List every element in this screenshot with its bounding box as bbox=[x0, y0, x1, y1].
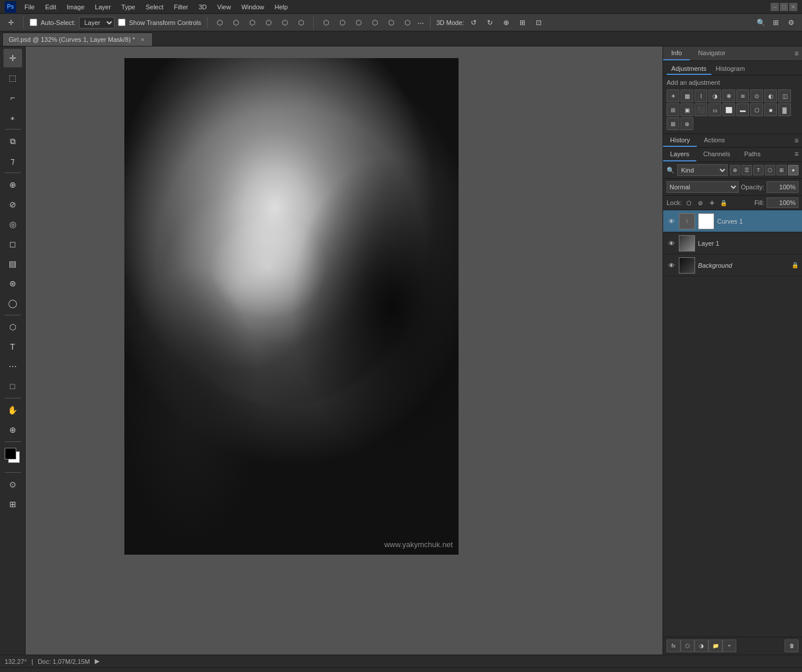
align-left-icon[interactable]: ⬡ bbox=[213, 16, 226, 29]
align-bottom-icon[interactable]: ⬡ bbox=[295, 16, 307, 29]
adj-brightness[interactable]: ☀ bbox=[667, 89, 679, 102]
filter-type-icon[interactable]: T bbox=[753, 165, 764, 175]
settings-icon[interactable]: ⚙ bbox=[785, 16, 797, 29]
adj-threshold[interactable]: ⬜ bbox=[722, 103, 735, 116]
distribute-icon2[interactable]: ⬡ bbox=[336, 16, 349, 29]
blend-mode-dropdown[interactable]: Normal Multiply bbox=[667, 181, 739, 193]
3d-dolly-icon[interactable]: ⊕ bbox=[500, 16, 513, 29]
lock-transparent-icon[interactable]: ⬡ bbox=[684, 198, 693, 207]
tool-zoom[interactable]: ⊕ bbox=[3, 421, 22, 439]
fill-input[interactable] bbox=[767, 197, 799, 208]
filter-adjust-icon[interactable]: ☰ bbox=[742, 165, 752, 175]
filter-shape-icon[interactable]: ⬡ bbox=[765, 165, 775, 175]
move-tool-icon[interactable]: ✛ bbox=[5, 16, 17, 29]
tab-actions[interactable]: Actions bbox=[697, 134, 732, 147]
timeline-settings-icon[interactable]: ⚙ bbox=[769, 670, 782, 673]
tool-blur[interactable]: ⊛ bbox=[3, 274, 22, 293]
tool-move[interactable]: ✛ bbox=[3, 49, 22, 67]
adj-bw[interactable]: ◐ bbox=[764, 89, 777, 102]
adj-colorlookup[interactable]: ▣ bbox=[681, 103, 693, 116]
align-top-icon[interactable]: ⬡ bbox=[262, 16, 275, 29]
delete-layer-button[interactable]: 🗑 bbox=[785, 639, 799, 652]
adj-vibrance[interactable]: ❋ bbox=[722, 89, 735, 102]
layer-vis-layer1[interactable]: 👁 bbox=[667, 239, 676, 248]
align-center-icon[interactable]: ⬡ bbox=[230, 16, 242, 29]
tool-eyedropper[interactable]: ⁊ bbox=[3, 152, 22, 170]
align-right-icon[interactable]: ⬡ bbox=[246, 16, 259, 29]
distribute-icon5[interactable]: ⬡ bbox=[385, 16, 398, 29]
adj-pattern[interactable]: ⊠ bbox=[667, 117, 679, 130]
3d-tumble-icon[interactable]: ↻ bbox=[484, 16, 496, 29]
lock-pixels-icon[interactable]: ⊘ bbox=[696, 198, 705, 207]
filter-smart-icon[interactable]: ⊞ bbox=[776, 165, 787, 175]
tool-shape[interactable]: □ bbox=[3, 377, 22, 396]
new-layer-button[interactable]: + bbox=[722, 639, 736, 652]
distribute-icon1[interactable]: ⬡ bbox=[320, 16, 332, 29]
add-mask-button[interactable]: ⬡ bbox=[681, 639, 694, 652]
tool-crop[interactable]: ⧉ bbox=[3, 132, 22, 150]
add-group-button[interactable]: 📁 bbox=[708, 639, 722, 652]
tool-brush[interactable]: ⊘ bbox=[3, 195, 22, 214]
filter-toggle-icon[interactable]: ● bbox=[788, 165, 799, 175]
opacity-input[interactable] bbox=[767, 181, 799, 193]
adj-gradient[interactable]: ▓ bbox=[778, 103, 791, 116]
auto-select-dropdown[interactable]: Layer Group bbox=[79, 17, 114, 28]
tool-text[interactable]: T bbox=[3, 337, 22, 356]
tool-pen[interactable]: ⬡ bbox=[3, 318, 22, 336]
search-icon[interactable]: 🔍 bbox=[754, 16, 767, 29]
fx-button[interactable]: fx bbox=[667, 639, 681, 652]
tool-gradient[interactable]: ▤ bbox=[3, 254, 22, 273]
tab-layers[interactable]: Layers bbox=[663, 148, 696, 161]
history-panel-menu[interactable]: ≡ bbox=[791, 134, 802, 147]
adj-invert[interactable]: ⬛ bbox=[694, 103, 707, 116]
tool-clone[interactable]: ◎ bbox=[3, 215, 22, 233]
close-button[interactable]: ✕ bbox=[789, 3, 797, 11]
tool-path-select[interactable]: ⋯ bbox=[3, 357, 22, 376]
adj-hsl[interactable]: ≋ bbox=[736, 89, 749, 102]
menu-type[interactable]: Type bbox=[117, 2, 140, 12]
distribute-icon4[interactable]: ⬡ bbox=[368, 16, 381, 29]
document-tab-close[interactable]: × bbox=[138, 35, 146, 44]
tool-screen-mode[interactable]: ⊞ bbox=[3, 495, 22, 513]
layer-item-curves1[interactable]: 👁 ⌇ Curves 1 bbox=[663, 210, 802, 232]
menu-select[interactable]: Select bbox=[141, 2, 169, 12]
minimize-button[interactable]: ─ bbox=[771, 3, 779, 11]
menu-layer[interactable]: Layer bbox=[90, 2, 116, 12]
foreground-color-swatch[interactable] bbox=[5, 448, 16, 459]
menu-window[interactable]: Window bbox=[237, 2, 268, 12]
menu-help[interactable]: Help bbox=[270, 2, 293, 12]
tab-adjustments[interactable]: Adjustments bbox=[667, 63, 711, 75]
adj-selectcolor[interactable]: ⬡ bbox=[750, 103, 763, 116]
timeline-collapse-icon[interactable]: ▼ bbox=[785, 670, 797, 673]
tool-spot-heal[interactable]: ⊕ bbox=[3, 175, 22, 194]
align-vcenter-icon[interactable]: ⬡ bbox=[278, 16, 291, 29]
lock-position-icon[interactable]: ✛ bbox=[707, 198, 717, 207]
adj-gradmap[interactable]: ▬ bbox=[736, 103, 749, 116]
3d-scale-icon[interactable]: ⊡ bbox=[532, 16, 545, 29]
menu-3d[interactable]: 3D bbox=[194, 2, 212, 12]
auto-select-checkbox[interactable] bbox=[30, 19, 37, 26]
layer-item-background[interactable]: 👁 Background 🔒 bbox=[663, 254, 802, 276]
adj-solidcolor[interactable]: ■ bbox=[764, 103, 777, 116]
adj-photofilt[interactable]: ◫ bbox=[778, 89, 791, 102]
adj-exposure[interactable]: ◑ bbox=[708, 89, 721, 102]
filter-pixel-icon[interactable]: ⊕ bbox=[730, 165, 740, 175]
show-transform-checkbox[interactable] bbox=[118, 19, 126, 26]
menu-file[interactable]: File bbox=[20, 2, 40, 12]
document-tab[interactable]: Girl.psd @ 132% (Curves 1, Layer Mask/8)… bbox=[2, 33, 153, 46]
menu-edit[interactable]: Edit bbox=[41, 2, 61, 12]
add-adjustment-button[interactable]: ◑ bbox=[694, 639, 708, 652]
tool-lasso[interactable]: ⌐ bbox=[3, 88, 22, 107]
tab-channels[interactable]: Channels bbox=[696, 148, 737, 161]
3d-slide-icon[interactable]: ⊞ bbox=[516, 16, 529, 29]
adj-channelmix[interactable]: ⊞ bbox=[667, 103, 679, 116]
adj-levels[interactable]: ▦ bbox=[681, 89, 693, 102]
more-options-button[interactable]: ··· bbox=[417, 18, 424, 27]
status-expand-arrow[interactable]: ▶ bbox=[95, 657, 99, 665]
layer-filter-dropdown[interactable]: Kind Name bbox=[677, 164, 728, 176]
adj-huesat[interactable]: ⊕ bbox=[681, 117, 693, 130]
layer-vis-curves1[interactable]: 👁 bbox=[667, 217, 676, 226]
menu-image[interactable]: Image bbox=[62, 2, 89, 12]
adj-posterize[interactable]: ⚏ bbox=[708, 103, 721, 116]
tab-info[interactable]: Info bbox=[663, 46, 690, 60]
